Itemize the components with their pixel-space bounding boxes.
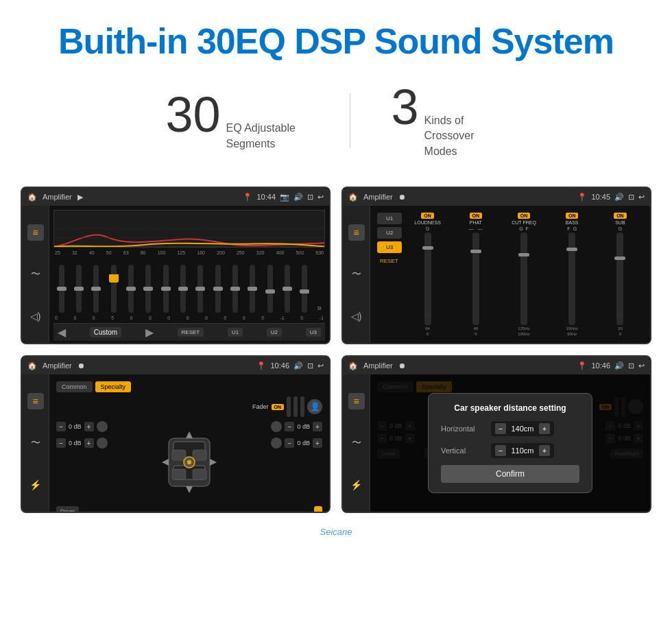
horizontal-minus[interactable]: − bbox=[495, 423, 506, 434]
back-icon3[interactable]: ↩ bbox=[317, 361, 324, 370]
home-icon4[interactable]: 🏠 bbox=[348, 361, 358, 370]
vol-minus-rr[interactable]: − bbox=[285, 438, 294, 448]
fader-slider-1[interactable] bbox=[287, 396, 291, 417]
slider-thumb-3[interactable] bbox=[91, 287, 101, 291]
slider-track-4[interactable] bbox=[111, 265, 117, 313]
home-icon[interactable]: 🏠 bbox=[27, 193, 37, 202]
vol-db-rr: 0 dB bbox=[297, 440, 310, 446]
vol-db-fl: 0 dB bbox=[69, 423, 82, 430]
horizontal-value: 140cm bbox=[509, 425, 536, 433]
wave-icon[interactable]: 〜 bbox=[27, 266, 44, 283]
cutfreq-thumb[interactable] bbox=[518, 253, 529, 257]
u3-btn[interactable]: U3 bbox=[306, 328, 321, 337]
amplifier-label3: Amplifier bbox=[43, 361, 72, 370]
time1: 10:44 bbox=[256, 193, 276, 201]
wave-icon3[interactable]: 〜 bbox=[27, 435, 44, 451]
slider-thumb-11[interactable] bbox=[230, 287, 240, 291]
slider-thumb-15[interactable] bbox=[300, 289, 309, 294]
back-icon4[interactable]: ↩ bbox=[638, 361, 645, 370]
vertical-label: Vertical bbox=[441, 446, 485, 455]
sub-toggle[interactable]: ON bbox=[614, 213, 627, 219]
profile-icon[interactable]: 👤 bbox=[307, 399, 322, 414]
vol-plus-rr[interactable]: + bbox=[313, 438, 322, 448]
slider-thumb-4[interactable] bbox=[109, 278, 119, 283]
slider-thumb-2[interactable] bbox=[74, 287, 84, 291]
common-tab[interactable]: Common bbox=[56, 381, 93, 392]
slider-track-2[interactable] bbox=[76, 265, 82, 313]
eq-icon3[interactable]: ≡ bbox=[27, 393, 44, 409]
main-layout3: − 0 dB + − 0 dB + bbox=[56, 421, 322, 503]
wave-icon4[interactable]: 〜 bbox=[348, 435, 365, 451]
preset-u1[interactable]: U1 bbox=[377, 213, 402, 224]
vol-plus-fl[interactable]: + bbox=[84, 422, 94, 431]
fader-slider-2[interactable] bbox=[293, 396, 298, 417]
vol-down-icon[interactable]: ◁) bbox=[27, 308, 44, 324]
eq-icon4[interactable]: ≡ bbox=[348, 393, 365, 409]
fader-slider-3[interactable] bbox=[300, 396, 304, 417]
slider-thumb-1[interactable] bbox=[57, 287, 67, 291]
slider-thumb-5[interactable] bbox=[126, 287, 136, 291]
vertical-minus[interactable]: − bbox=[495, 445, 506, 456]
loudness-thumb[interactable] bbox=[422, 246, 433, 250]
bass-slider[interactable] bbox=[568, 232, 575, 325]
wave-icon2[interactable]: 〜 bbox=[348, 266, 365, 283]
vol-down-icon2[interactable]: ◁) bbox=[348, 308, 365, 324]
speaker-fl bbox=[97, 421, 108, 432]
band-bass: ON BASS F G 100Hz 90Hz bbox=[549, 213, 595, 336]
u2-btn[interactable]: U2 bbox=[267, 328, 282, 337]
home-icon3[interactable]: 🏠 bbox=[27, 361, 37, 370]
preset-u3[interactable]: U3 bbox=[377, 241, 402, 253]
bt-icon3[interactable]: ⚡ bbox=[27, 477, 44, 493]
slider-thumb-6[interactable] bbox=[143, 287, 153, 291]
fader-on-badge[interactable]: ON bbox=[272, 404, 285, 410]
slider-thumb-10[interactable] bbox=[213, 287, 223, 291]
slider-thumb-14[interactable] bbox=[283, 287, 292, 291]
back-icon[interactable]: ↩ bbox=[317, 193, 324, 202]
loudness-slider[interactable] bbox=[424, 232, 431, 325]
crossover-reset-btn[interactable]: RESET bbox=[377, 256, 402, 266]
slider-track-1[interactable] bbox=[59, 265, 64, 313]
vol-minus-rl[interactable]: − bbox=[56, 438, 66, 448]
preset-u2[interactable]: U2 bbox=[377, 227, 402, 239]
vol-plus-fr[interactable]: + bbox=[313, 422, 322, 431]
horizontal-plus[interactable]: + bbox=[539, 423, 550, 434]
u1-btn[interactable]: U1 bbox=[228, 328, 243, 337]
slider-values-row: 0 0 0 5 0 0 0 0 0 0 0 0 -1 0 -1 bbox=[53, 315, 325, 323]
slider-thumb-8[interactable] bbox=[178, 287, 188, 291]
vol-minus-fl[interactable]: − bbox=[56, 422, 66, 431]
cutfreq-toggle[interactable]: ON bbox=[518, 213, 531, 219]
slider-thumb-12[interactable] bbox=[248, 287, 257, 291]
bt-icon4[interactable]: ⚡ bbox=[348, 477, 365, 493]
reset-btn[interactable]: RESET bbox=[178, 328, 204, 337]
phat-slider[interactable] bbox=[472, 232, 479, 325]
fader-sliders bbox=[287, 396, 304, 417]
page-header: Buith-in 30EQ DSP Sound System bbox=[0, 0, 672, 75]
back-icon2[interactable]: ↩ bbox=[638, 193, 645, 202]
specialty-tab[interactable]: Specialty bbox=[95, 381, 132, 392]
cutfreq-slider[interactable] bbox=[520, 232, 527, 325]
confirm-button[interactable]: Confirm bbox=[441, 465, 579, 483]
next-icon[interactable]: ▶ bbox=[145, 326, 154, 339]
slider-track-3[interactable] bbox=[93, 265, 99, 313]
preset-col: U1 U2 U3 RESET bbox=[377, 213, 402, 336]
driver-btn[interactable]: Driver bbox=[56, 506, 79, 513]
slider-thumb-13[interactable] bbox=[265, 289, 275, 294]
phat-thumb[interactable] bbox=[470, 250, 481, 253]
vol-minus-fr[interactable]: − bbox=[285, 422, 294, 431]
slider-thumb-7[interactable] bbox=[161, 287, 171, 291]
vertical-plus[interactable]: + bbox=[539, 445, 550, 456]
slider-thumb-9[interactable] bbox=[195, 287, 205, 291]
expand-arrow[interactable]: » bbox=[314, 303, 325, 313]
vol-plus-rl[interactable]: + bbox=[84, 438, 94, 448]
sub-thumb[interactable] bbox=[614, 257, 625, 260]
eq-icon2[interactable]: ≡ bbox=[348, 224, 365, 241]
prev-icon[interactable]: ◀ bbox=[58, 326, 66, 339]
loudness-toggle[interactable]: ON bbox=[421, 213, 434, 219]
bass-thumb[interactable] bbox=[566, 248, 577, 251]
bass-toggle[interactable]: ON bbox=[566, 213, 579, 219]
sub-slider[interactable] bbox=[616, 232, 623, 325]
eq-icon[interactable]: ≡ bbox=[27, 224, 44, 241]
home-icon2[interactable]: 🏠 bbox=[348, 193, 358, 202]
eq-sliders: » bbox=[53, 258, 325, 313]
phat-toggle[interactable]: ON bbox=[470, 213, 483, 219]
